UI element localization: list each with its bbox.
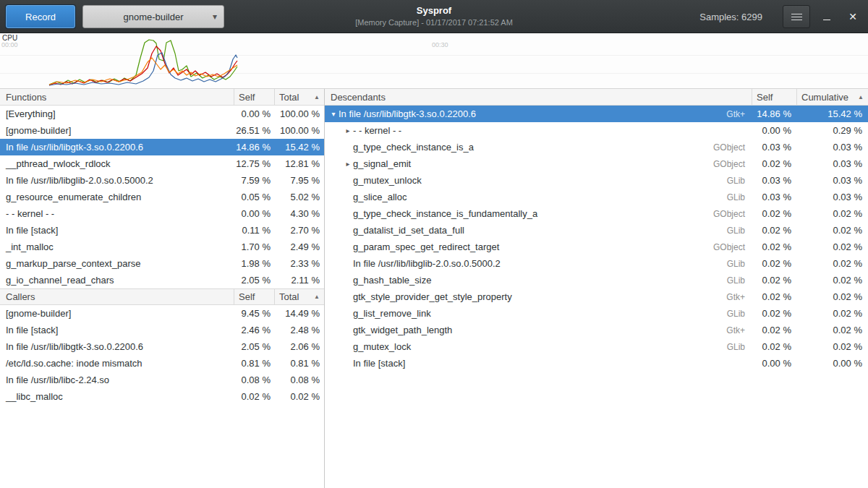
column-header-callers[interactable]: Callers: [0, 289, 234, 304]
sort-arrow-icon: ▲: [855, 94, 864, 100]
function-name: In file /usr/lib/libgtk-3.so.0.2200.6: [339, 108, 476, 119]
self-percent: 0.02 %: [752, 308, 797, 319]
self-percent: 7.59 %: [234, 175, 275, 186]
table-row[interactable]: _int_malloc1.70 %2.49 %: [0, 239, 324, 255]
table-row[interactable]: g_resource_enumerate_children0.05 %5.02 …: [0, 189, 324, 205]
tree-row[interactable]: g_type_check_instance_is_fundamentally_a…: [325, 205, 868, 222]
total-percent: 0.08 %: [275, 374, 324, 385]
self-percent: 0.08 %: [234, 374, 275, 385]
column-header-label: Total: [279, 92, 299, 103]
table-row[interactable]: g_markup_parse_context_parse1.98 %2.33 %: [0, 255, 324, 272]
cumulative-percent: 0.02 %: [797, 275, 868, 286]
close-button[interactable]: ✕: [842, 0, 864, 33]
function-name: In file [stack]: [353, 358, 405, 369]
descendant-name-cell: gtk_widget_path_lengthGtk+: [325, 325, 752, 335]
table-row[interactable]: In file /usr/lib/libc-2.24.so0.08 %0.08 …: [0, 372, 324, 388]
column-header-label: Self: [757, 92, 773, 103]
self-percent: 0.81 %: [234, 358, 275, 369]
descendant-name-cell: g_type_check_instance_is_fundamentally_a…: [325, 208, 752, 219]
total-percent: 15.42 %: [275, 142, 324, 153]
tree-row[interactable]: ▸- - kernel - -0.00 %0.29 %: [325, 122, 868, 139]
tree-row[interactable]: g_mutex_unlockGLib0.03 %0.03 %: [325, 172, 868, 189]
record-button[interactable]: Record: [6, 5, 75, 28]
minimize-button[interactable]: [816, 0, 838, 33]
table-row[interactable]: /etc/ld.so.cache: inode mismatch0.81 %0.…: [0, 355, 324, 372]
expander-closed-icon[interactable]: ▸: [343, 160, 353, 168]
total-percent: 2.48 %: [275, 325, 324, 335]
library-badge: GLib: [727, 342, 752, 352]
expander-open-icon[interactable]: ▾: [328, 111, 339, 118]
function-name: - - kernel - -: [0, 208, 234, 219]
tree-row[interactable]: ▾In file /usr/lib/libgtk-3.so.0.2200.6Gt…: [325, 106, 868, 122]
tree-row[interactable]: g_datalist_id_set_data_fullGLib0.02 %0.0…: [325, 222, 868, 239]
table-row[interactable]: __pthread_rwlock_rdlock12.75 %12.81 %: [0, 155, 324, 172]
table-row[interactable]: [gnome-builder]9.45 %14.49 %: [0, 305, 324, 322]
function-name: [Everything]: [0, 108, 234, 119]
tree-row[interactable]: g_hash_table_sizeGLib0.02 %0.02 %: [325, 272, 868, 288]
tree-row[interactable]: g_mutex_lockGLib0.02 %0.02 %: [325, 338, 868, 355]
table-row[interactable]: In file /usr/lib/libgtk-3.so.0.2200.62.0…: [0, 338, 324, 355]
expander-closed-icon[interactable]: ▸: [343, 127, 353, 134]
column-header-self[interactable]: Self: [234, 289, 275, 304]
hamburger-menu-icon: [791, 12, 802, 22]
tree-row[interactable]: g_list_remove_linkGLib0.02 %0.02 %: [325, 305, 868, 322]
column-header-label: Self: [239, 291, 255, 302]
self-percent: 0.05 %: [234, 192, 275, 202]
table-row[interactable]: [gnome-builder]26.51 %100.00 %: [0, 122, 324, 139]
column-header-functions[interactable]: Functions: [0, 89, 234, 105]
descendants-panel: Descendants Self Cumulative ▲ ▾In file /…: [325, 89, 868, 488]
tree-row[interactable]: ▸g_signal_emitGObject0.02 %0.03 %: [325, 155, 868, 172]
column-header-self[interactable]: Self: [752, 89, 797, 105]
tree-row[interactable]: g_type_check_instance_is_aGObject0.03 %0…: [325, 139, 868, 155]
table-row[interactable]: In file [stack]2.46 %2.48 %: [0, 322, 324, 338]
total-percent: 2.11 %: [275, 275, 324, 286]
function-name: In file [stack]: [0, 325, 234, 335]
descendant-name-cell: ▸g_signal_emitGObject: [325, 158, 752, 169]
time-label-start: 00:00: [1, 41, 18, 48]
process-selector-dropdown[interactable]: gnome-builder ▾: [82, 5, 224, 28]
tree-row[interactable]: In file /usr/lib/libglib-2.0.so.0.5000.2…: [325, 255, 868, 272]
self-percent: 14.86 %: [752, 108, 797, 119]
menu-button[interactable]: [783, 5, 810, 28]
tree-row[interactable]: g_slice_allocGLib0.03 %0.03 %: [325, 189, 868, 205]
function-name: _int_malloc: [0, 241, 234, 252]
tree-row[interactable]: In file [stack]0.00 %0.00 %: [325, 355, 868, 372]
self-percent: 0.02 %: [752, 241, 797, 252]
cpu-timeline[interactable]: CPU 00:00 00:30: [0, 33, 868, 89]
tree-row[interactable]: g_param_spec_get_redirect_targetGObject0…: [325, 239, 868, 255]
self-percent: 0.00 %: [234, 208, 275, 219]
self-percent: 0.00 %: [752, 358, 797, 369]
table-row[interactable]: In file [stack]0.11 %2.70 %: [0, 222, 324, 239]
self-percent: 1.98 %: [234, 258, 275, 269]
column-header-cumulative[interactable]: Cumulative ▲: [797, 89, 868, 105]
column-header-label: Total: [279, 291, 299, 302]
self-percent: 0.03 %: [752, 142, 797, 153]
total-percent: 0.81 %: [275, 358, 324, 369]
column-header-descendants[interactable]: Descendants: [325, 89, 752, 105]
table-row[interactable]: [Everything]0.00 %100.00 %: [0, 106, 324, 122]
cumulative-percent: 0.02 %: [797, 341, 868, 352]
function-name: g_markup_parse_context_parse: [0, 258, 234, 269]
table-row[interactable]: In file /usr/lib/libgtk-3.so.0.2200.614.…: [0, 139, 324, 155]
cumulative-percent: 0.00 %: [797, 358, 868, 369]
functions-table-body: [Everything]0.00 %100.00 %[gnome-builder…: [0, 106, 324, 288]
table-row[interactable]: __libc_malloc0.02 %0.02 %: [0, 388, 324, 405]
cumulative-percent: 15.42 %: [797, 108, 868, 119]
tree-row[interactable]: gtk_style_provider_get_style_propertyGtk…: [325, 288, 868, 305]
table-row[interactable]: - - kernel - -0.00 %4.30 %: [0, 205, 324, 222]
cumulative-percent: 0.02 %: [797, 258, 868, 269]
descendants-table-header: Descendants Self Cumulative ▲: [325, 89, 868, 106]
column-header-total[interactable]: Total ▲: [275, 289, 324, 304]
cpu-green-line: [49, 40, 237, 85]
self-percent: 9.45 %: [234, 308, 275, 319]
callers-table-body: [gnome-builder]9.45 %14.49 %In file [sta…: [0, 305, 324, 405]
tree-row[interactable]: gtk_widget_path_lengthGtk+0.02 %0.02 %: [325, 322, 868, 338]
cumulative-percent: 0.29 %: [797, 125, 868, 136]
column-header-total[interactable]: Total ▲: [275, 89, 324, 105]
callers-table-header: Callers Self Total ▲: [0, 288, 324, 305]
table-row[interactable]: g_io_channel_read_chars2.05 %2.11 %: [0, 272, 324, 288]
cumulative-percent: 0.02 %: [797, 308, 868, 319]
process-selector-label: gnome-builder: [123, 12, 183, 22]
column-header-self[interactable]: Self: [234, 89, 275, 105]
table-row[interactable]: In file /usr/lib/libglib-2.0.so.0.5000.2…: [0, 172, 324, 189]
